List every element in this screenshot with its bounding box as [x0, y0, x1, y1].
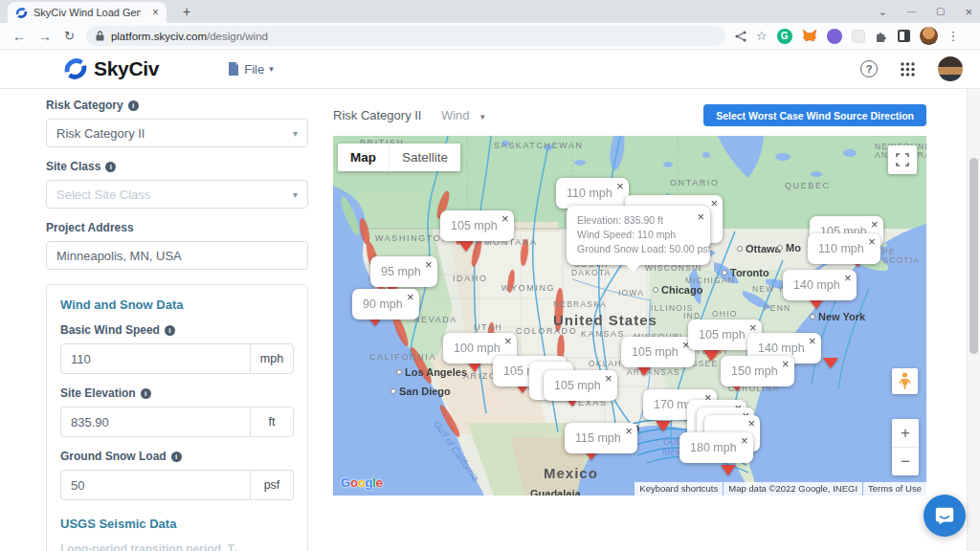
- scrollbar-thumb[interactable]: [969, 158, 978, 354]
- wind-speed-marker[interactable]: 115 mph×: [565, 423, 637, 453]
- lock-icon: [96, 31, 104, 41]
- risk-category-value: Risk Category II: [56, 126, 145, 141]
- info-icon[interactable]: i: [165, 325, 175, 336]
- tab-close-icon[interactable]: ×: [152, 7, 159, 18]
- close-icon[interactable]: ×: [425, 258, 433, 271]
- site-class-select[interactable]: Select Site Class▾: [46, 180, 308, 209]
- close-icon[interactable]: ×: [844, 272, 852, 284]
- metamask-extension-icon[interactable]: [802, 29, 817, 43]
- extension-icon-faint[interactable]: [852, 30, 865, 43]
- share-icon[interactable]: [735, 31, 746, 42]
- close-icon[interactable]: ×: [504, 335, 512, 347]
- close-icon[interactable]: ×: [625, 425, 633, 437]
- close-icon[interactable]: ×: [782, 358, 790, 370]
- project-address-label: Project Address: [46, 221, 134, 234]
- wind-speed-marker[interactable]: 90 mph×: [352, 289, 419, 320]
- window-close-button[interactable]: ×: [965, 6, 972, 18]
- close-icon[interactable]: ×: [501, 212, 509, 225]
- close-icon[interactable]: ×: [605, 372, 612, 385]
- wind-speed-value: 105 mph: [632, 345, 679, 359]
- forward-button[interactable]: →: [38, 30, 52, 43]
- wind-speed-marker[interactable]: 110 mph×: [808, 233, 880, 264]
- map-markers: 110 mph××105 mph×95 mph×90 mph×100 mph×1…: [333, 136, 926, 496]
- close-icon[interactable]: ×: [407, 291, 414, 303]
- wind-speed-value: 100 mph: [454, 342, 501, 355]
- info-icon[interactable]: i: [128, 100, 139, 111]
- wind-snow-card: Wind and Snow Data Basic Wind Speedi mph…: [46, 284, 308, 551]
- help-button[interactable]: ?: [860, 60, 878, 77]
- close-icon[interactable]: ×: [747, 417, 755, 430]
- wind-speed-marker[interactable]: 140 mph×: [783, 270, 857, 300]
- wind-speed-value: 140 mph: [758, 342, 805, 355]
- wind-speed-value: 105 mph: [554, 379, 601, 392]
- screen: SkyCiv Wind Load Genera × + ⌄ — ▢ × ← → …: [0, 0, 980, 551]
- fullscreen-button[interactable]: [888, 145, 917, 174]
- wind-speed-marker[interactable]: 110 mph×: [556, 178, 629, 209]
- close-icon[interactable]: ×: [697, 209, 704, 227]
- browser-tab[interactable]: SkyCiv Wind Load Genera ×: [8, 2, 167, 23]
- load-type-dropdown[interactable]: Wind: [441, 108, 470, 122]
- site-class-label: Site Class: [46, 160, 100, 173]
- close-icon[interactable]: ×: [809, 335, 816, 347]
- location-info-tooltip[interactable]: × Elevation: 835.90 ft Wind Speed: 110 m…: [567, 206, 710, 265]
- wind-speed-marker[interactable]: 105 mph×: [440, 210, 514, 241]
- google-map[interactable]: BRITISHSASKATCHEWANONTARIOQUEBECNEWFOUND…: [333, 136, 926, 496]
- new-tab-button[interactable]: +: [178, 4, 195, 21]
- wind-speed-marker[interactable]: 105 mph×: [621, 337, 695, 367]
- wind-speed-value: 140 mph: [793, 278, 840, 292]
- browser-profile-avatar[interactable]: [920, 27, 938, 45]
- chevron-down-icon: ▾: [293, 128, 298, 139]
- site-elevation-label: Site Elevation: [60, 386, 136, 400]
- extensions-puzzle-icon[interactable]: [875, 30, 888, 43]
- zoom-in-button[interactable]: +: [892, 419, 919, 448]
- tooltip-ground-snow: Ground Snow Load: 50.00 psf: [577, 242, 695, 256]
- map-type-map-button[interactable]: Map: [338, 143, 389, 171]
- close-icon[interactable]: ×: [710, 197, 718, 209]
- ground-snow-load-label: Ground Snow Load: [60, 450, 167, 463]
- wind-speed-marker[interactable]: 105 mph×: [544, 370, 617, 401]
- select-worst-case-button[interactable]: Select Worst Case Wind Source Direction: [703, 104, 926, 126]
- user-avatar[interactable]: [938, 56, 963, 81]
- keyboard-shortcuts-link[interactable]: Keyboard shortcuts: [635, 482, 723, 496]
- site-class-placeholder: Select Site Class: [56, 187, 150, 202]
- reload-button[interactable]: ↻: [64, 30, 75, 42]
- close-icon[interactable]: ×: [616, 180, 624, 192]
- grammarly-extension-icon[interactable]: G: [777, 29, 792, 44]
- basic-wind-speed-input[interactable]: [60, 343, 251, 374]
- apps-grid-icon[interactable]: [901, 62, 915, 77]
- wind-speed-marker[interactable]: 150 mph×: [721, 356, 794, 386]
- ground-snow-load-input[interactable]: [60, 470, 251, 500]
- tab-search-chevron-icon[interactable]: ⌄: [879, 7, 887, 17]
- chevron-down-icon: ▾: [480, 112, 485, 121]
- window-restore-button[interactable]: ▢: [936, 7, 945, 16]
- skyciv-logo[interactable]: SkyCiv: [63, 56, 159, 81]
- info-icon[interactable]: i: [171, 452, 182, 462]
- info-icon[interactable]: i: [105, 162, 116, 172]
- map-toolbar: Risk Category II Wind ▾ Select Worst Cas…: [333, 106, 926, 131]
- wind-speed-marker[interactable]: 180 mph×: [679, 432, 753, 463]
- terms-of-use-link[interactable]: Terms of Use: [863, 482, 926, 496]
- back-button[interactable]: ←: [12, 30, 26, 43]
- risk-category-select[interactable]: Risk Category II▾: [46, 119, 308, 147]
- site-elevation-input[interactable]: [60, 407, 251, 437]
- bookmark-star-icon[interactable]: ☆: [756, 29, 768, 43]
- extension-icon-purple[interactable]: [827, 29, 842, 44]
- extension-icon-square[interactable]: [898, 30, 910, 42]
- zoom-out-button[interactable]: −: [892, 448, 919, 475]
- window-minimize-button[interactable]: —: [907, 8, 916, 16]
- close-icon[interactable]: ×: [741, 434, 748, 447]
- wind-speed-value: 105 mph: [451, 219, 498, 232]
- project-address-input[interactable]: [46, 241, 308, 270]
- google-logo[interactable]: Google: [341, 475, 383, 490]
- close-icon[interactable]: ×: [868, 235, 876, 248]
- browser-menu-kebab-icon[interactable]: ⋮: [947, 29, 960, 43]
- chat-widget-button[interactable]: [924, 495, 966, 537]
- page-scrollbar[interactable]: [967, 89, 980, 551]
- street-view-pegman[interactable]: [892, 368, 918, 394]
- info-icon[interactable]: i: [141, 388, 151, 399]
- file-menu[interactable]: File ▾: [228, 62, 273, 77]
- address-bar[interactable]: platform.skyciv.com/design/wind: [86, 26, 725, 46]
- wind-speed-marker[interactable]: 95 mph×: [370, 256, 437, 287]
- close-icon[interactable]: ×: [871, 218, 879, 231]
- map-type-satellite-button[interactable]: Satellite: [389, 143, 460, 171]
